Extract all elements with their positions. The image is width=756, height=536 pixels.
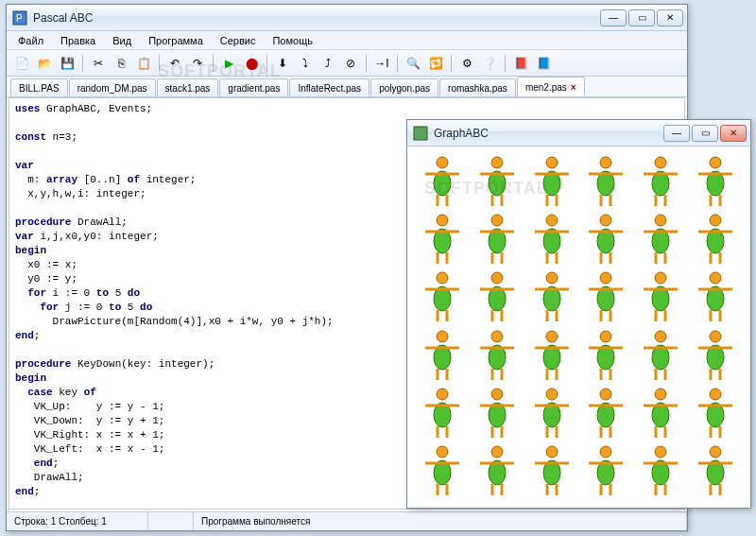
sprite-figure	[524, 326, 579, 384]
app-icon: P	[12, 10, 27, 26]
sprite-figure	[524, 268, 579, 326]
svg-point-88	[710, 272, 721, 284]
toolbar-separator	[159, 55, 160, 72]
goto-icon[interactable]: →I	[372, 54, 391, 73]
tab-bill[interactable]: BILL.PAS	[10, 78, 68, 96]
sprite-figure	[415, 268, 470, 326]
tab-gradient[interactable]: gradient.pas	[219, 78, 288, 96]
sprite-figure	[688, 442, 743, 500]
sprite-figure	[524, 210, 579, 268]
replace-icon[interactable]: 🔁	[426, 54, 445, 73]
svg-point-18	[600, 157, 611, 168]
ide-title: Pascal ABC	[33, 11, 600, 25]
save-icon[interactable]: 💾	[58, 54, 77, 73]
svg-point-113	[655, 331, 666, 342]
undo-icon[interactable]: ↶	[165, 54, 184, 73]
svg-point-108	[600, 331, 611, 342]
sprite-figure	[633, 384, 688, 441]
doc1-icon[interactable]: 📕	[511, 54, 530, 73]
svg-point-153	[437, 446, 448, 458]
svg-point-93	[437, 331, 448, 342]
svg-point-23	[655, 157, 666, 168]
new-file-icon[interactable]: 📄	[12, 54, 31, 73]
sprite-figure	[578, 384, 633, 441]
svg-point-158	[491, 446, 503, 458]
sprite-figure	[415, 442, 470, 500]
sprite-figure	[633, 268, 688, 326]
redo-icon[interactable]: ↷	[188, 54, 207, 73]
toolbar-separator	[266, 55, 267, 72]
graph-titlebar[interactable]: GraphABC — ▭ ✕	[407, 120, 750, 147]
sprite-figure	[415, 152, 470, 210]
menu-service[interactable]: Сервис	[213, 33, 264, 48]
svg-point-33	[437, 215, 448, 226]
sprite-figure	[578, 442, 633, 500]
svg-point-58	[710, 215, 721, 226]
maximize-button[interactable]: ▭	[628, 9, 655, 26]
sprite-figure	[415, 326, 470, 384]
graph-maximize-button[interactable]: ▭	[692, 125, 718, 142]
tab-polygon[interactable]: polygon.pas	[370, 78, 438, 96]
status-blank	[148, 512, 194, 530]
toolbar-separator	[366, 55, 367, 72]
help-icon[interactable]: ❔	[480, 54, 499, 73]
menu-view[interactable]: Вид	[105, 33, 139, 48]
tab-random-dm[interactable]: random_DM.pas	[69, 78, 156, 96]
menubar: Файл Правка Вид Программа Сервис Помощь	[7, 31, 687, 50]
svg-point-73	[546, 272, 558, 284]
paste-icon[interactable]: 📋	[134, 54, 153, 73]
close-button[interactable]: ✕	[657, 9, 683, 26]
run-icon[interactable]: ▶	[219, 54, 238, 73]
graph-canvas	[409, 147, 748, 506]
sprite-figure	[470, 268, 524, 326]
step-into-icon[interactable]: ⬇	[273, 54, 292, 73]
sprite-figure	[578, 268, 633, 326]
toolbar-separator	[213, 55, 214, 72]
tab-close-icon[interactable]: ×	[571, 82, 576, 93]
breakpoint-icon[interactable]: ⊘	[341, 54, 360, 73]
graph-window: GraphABC — ▭ ✕	[406, 119, 751, 509]
graph-close-button[interactable]: ✕	[720, 125, 747, 142]
minimize-button[interactable]: —	[600, 9, 627, 26]
graph-minimize-button[interactable]: —	[663, 125, 690, 142]
svg-point-123	[437, 389, 448, 400]
menu-help[interactable]: Помощь	[265, 33, 320, 48]
find-icon[interactable]: 🔍	[404, 54, 422, 73]
sprite-figure	[688, 384, 743, 441]
sprite-figure	[578, 152, 633, 210]
doc2-icon[interactable]: 📘	[534, 54, 553, 73]
sprite-figure	[524, 442, 579, 500]
svg-point-173	[655, 446, 666, 458]
tab-romashka[interactable]: romashka.pas	[439, 78, 516, 96]
svg-rect-2	[414, 127, 427, 140]
settings-icon[interactable]: ⚙	[457, 54, 476, 73]
step-out-icon[interactable]: ⤴	[318, 54, 337, 73]
svg-point-148	[710, 389, 721, 400]
tab-stack1[interactable]: stack1.pas	[157, 78, 219, 96]
tab-inflaterect[interactable]: InflateRect.pas	[289, 78, 369, 96]
menu-program[interactable]: Программа	[141, 33, 211, 48]
step-over-icon[interactable]: ⤵	[296, 54, 315, 73]
graph-title: GraphABC	[434, 127, 663, 140]
sprite-figure	[633, 152, 688, 210]
stop-icon[interactable]: ⬤	[242, 54, 261, 73]
cut-icon[interactable]: ✂	[89, 54, 108, 73]
svg-point-138	[600, 389, 611, 400]
svg-point-98	[491, 331, 503, 342]
svg-point-53	[655, 215, 666, 226]
copy-icon[interactable]: ⎘	[112, 54, 130, 73]
sprite-figure	[578, 326, 633, 384]
svg-point-43	[546, 215, 558, 226]
menu-file[interactable]: Файл	[10, 33, 51, 48]
ide-titlebar[interactable]: P Pascal ABC — ▭ ✕	[7, 5, 687, 31]
menu-edit[interactable]: Правка	[53, 33, 103, 48]
svg-point-128	[491, 389, 503, 400]
sprite-figure	[524, 152, 579, 210]
sprite-figure	[688, 326, 743, 384]
tab-men2[interactable]: men2.pas×	[517, 77, 585, 96]
sprite-figure	[633, 442, 688, 500]
open-file-icon[interactable]: 📂	[35, 54, 54, 73]
svg-point-3	[437, 157, 448, 168]
sprite-figure	[470, 210, 524, 268]
toolbar: 📄 📂 💾 ✂ ⎘ 📋 ↶ ↷ ▶ ⬤ ⬇ ⤵ ⤴ ⊘ →I 🔍 🔁 ⚙ ❔ 📕…	[7, 50, 687, 77]
